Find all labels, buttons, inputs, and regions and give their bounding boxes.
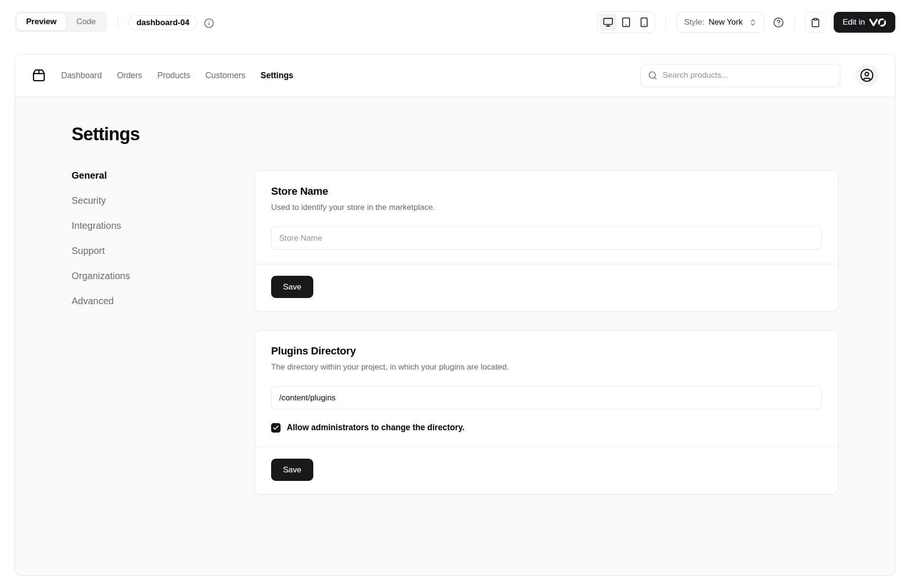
checkbox-row: Allow administrators to change the direc…	[271, 423, 822, 433]
sidebar-item-advanced[interactable]: Advanced	[72, 296, 255, 307]
top-toolbar: Preview Code dashboard-04 Style: New Yor…	[0, 0, 910, 54]
card-header: Store Name Used to identify your store i…	[255, 171, 838, 212]
edit-in-v0-label: Edit in	[843, 18, 865, 27]
toolbar-separator	[794, 16, 795, 28]
tablet-view-button[interactable]	[618, 14, 635, 31]
toolbar-separator	[118, 15, 118, 27]
desktop-view-button[interactable]	[600, 14, 617, 31]
package-icon[interactable]	[32, 68, 46, 82]
settings-page: Settings General Security Integrations S…	[72, 97, 838, 514]
toolbar-left: Preview Code dashboard-04	[15, 11, 214, 32]
user-menu-button[interactable]	[855, 64, 878, 87]
toolbar-right: Style: New York Edit in	[597, 11, 895, 33]
card-title: Store Name	[271, 185, 822, 198]
checkbox-label[interactable]: Allow administrators to change the direc…	[287, 423, 464, 433]
plugins-directory-card: Plugins Directory The directory within y…	[255, 330, 838, 495]
toolbar-separator	[665, 16, 666, 28]
chevrons-up-down-icon	[749, 18, 757, 27]
nav-link-orders[interactable]: Orders	[117, 71, 142, 81]
nav-link-dashboard[interactable]: Dashboard	[61, 71, 102, 81]
preview-code-toggle: Preview Code	[15, 11, 107, 32]
mobile-view-button[interactable]	[636, 14, 653, 31]
settings-layout: General Security Integrations Support Or…	[72, 170, 838, 495]
sidebar-item-integrations[interactable]: Integrations	[72, 220, 255, 231]
device-toggle-group	[597, 11, 655, 33]
nav-link-products[interactable]: Products	[157, 71, 190, 81]
preview-tab[interactable]: Preview	[17, 13, 66, 30]
save-button[interactable]: Save	[271, 276, 313, 298]
card-footer: Save	[255, 264, 838, 311]
sidebar-item-support[interactable]: Support	[72, 245, 255, 256]
sidebar-item-organizations[interactable]: Organizations	[72, 271, 255, 281]
style-select[interactable]: Style: New York	[676, 12, 764, 33]
edit-in-v0-button[interactable]: Edit in	[834, 12, 895, 33]
card-header: Plugins Directory The directory within y…	[255, 330, 838, 372]
help-icon[interactable]	[773, 17, 784, 28]
check-icon	[273, 425, 279, 431]
style-select-label: Style:	[684, 18, 704, 27]
card-title: Plugins Directory	[271, 345, 822, 357]
info-icon[interactable]	[204, 18, 214, 28]
nav-link-settings[interactable]: Settings	[261, 71, 293, 81]
search-box	[640, 64, 840, 87]
card-footer: Save	[255, 447, 838, 494]
allow-admin-checkbox[interactable]	[271, 423, 281, 433]
smartphone-icon	[639, 17, 649, 27]
tablet-icon	[621, 17, 631, 27]
nav-link-customers[interactable]: Customers	[205, 71, 246, 81]
clipboard-icon	[810, 18, 820, 27]
card-content: Allow administrators to change the direc…	[255, 372, 838, 447]
save-button[interactable]: Save	[271, 459, 313, 481]
circle-user-icon	[860, 68, 874, 82]
settings-sidebar: General Security Integrations Support Or…	[72, 170, 255, 307]
page-title: Settings	[72, 124, 838, 145]
sidebar-item-general[interactable]: General	[72, 170, 255, 181]
search-input[interactable]	[663, 71, 833, 80]
monitor-icon	[603, 17, 613, 27]
sidebar-item-security[interactable]: Security	[72, 195, 255, 206]
card-description: Used to identify your store in the marke…	[271, 203, 822, 212]
copy-code-button[interactable]	[805, 12, 826, 33]
app-navbar: Dashboard Orders Products Customers Sett…	[15, 54, 895, 97]
plugins-directory-input[interactable]	[271, 386, 822, 409]
v0-logo-icon	[869, 18, 886, 27]
search-icon	[648, 71, 657, 80]
settings-cards: Store Name Used to identify your store i…	[255, 170, 838, 495]
card-description: The directory within your project, in wh…	[271, 362, 822, 372]
code-tab[interactable]: Code	[67, 13, 105, 30]
block-preview-frame: Dashboard Orders Products Customers Sett…	[15, 54, 895, 576]
store-name-card: Store Name Used to identify your store i…	[255, 170, 838, 312]
block-name-badge: dashboard-04	[128, 15, 197, 30]
card-content	[255, 212, 838, 264]
style-select-value: New York	[709, 18, 743, 27]
store-name-input[interactable]	[271, 226, 822, 250]
